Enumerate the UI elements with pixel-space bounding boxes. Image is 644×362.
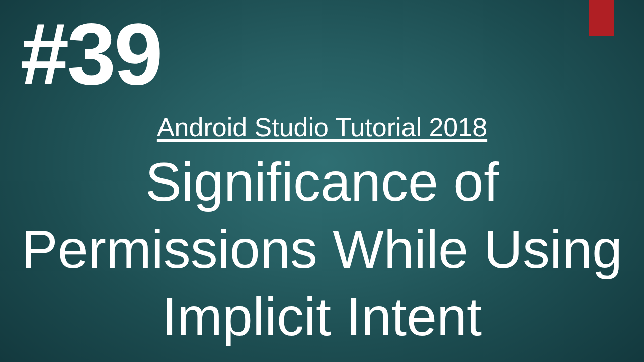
episode-title: Significance of Permissions While Using … <box>0 148 644 350</box>
episode-number: #39 <box>20 10 161 98</box>
accent-bar <box>589 0 614 36</box>
tutorial-series-subtitle: Android Studio Tutorial 2018 <box>0 112 644 142</box>
